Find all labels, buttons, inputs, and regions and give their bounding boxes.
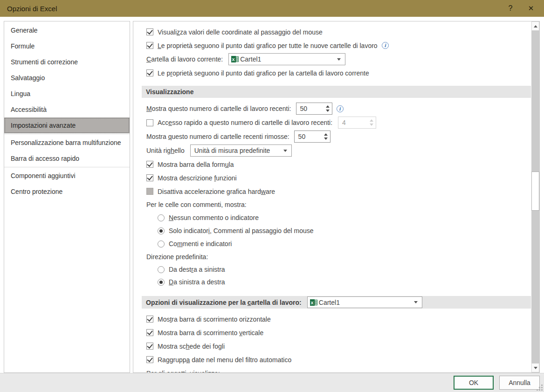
ltr-radio[interactable] [158,279,165,286]
dropdown-caret-icon [337,58,341,61]
svg-text:X: X [232,57,235,62]
close-icon[interactable]: ✕ [521,0,541,17]
sidebar-item-componenti-aggiuntivi[interactable]: Componenti aggiuntivi [4,168,130,184]
formula-bar-checkbox[interactable] [146,161,153,168]
ok-button[interactable]: OK [454,376,494,390]
quick-access-row: Accesso rapido a questo numero di cartel… [146,116,531,130]
section-title: Opzioni di visualizzazione per la cartel… [146,299,302,306]
category-sidebar: Generale Formule Strumenti di correzione… [4,21,130,373]
checkbox-row-v-scrollbar: Mostra barra di scorrimento verticale [146,326,531,339]
sidebar-item-centro-protezione[interactable]: Centro protezione [4,184,130,199]
radio-row-rtl: Da destra a sinistra [158,263,531,275]
properties-current-label: Le proprietà seguono il punto dati grafi… [158,69,369,77]
current-workbook-label: Cartella di lavoro corrente: [146,55,223,63]
info-icon[interactable]: i [382,42,389,49]
help-icon[interactable]: ? [500,0,521,17]
spinner-down-icon [370,124,373,126]
removed-recent-spinner[interactable]: 50 [294,131,331,143]
sidebar-item-formule[interactable]: Formule [4,38,130,54]
excel-options-dialog: Opzioni di Excel ? ✕ Generale Formule St… [0,0,544,392]
group-dates-label: Raggruppa date nel menu del filtro autom… [158,356,291,364]
v-scrollbar-label: Mostra barra di scorrimento verticale [158,329,263,337]
no-comments-radio[interactable] [158,214,165,221]
coordinates-checkbox[interactable] [146,28,153,35]
spinner-up-icon [370,119,373,122]
checkbox-row-h-scrollbar: Mostra barra di scorrimento orizzontale [146,312,531,326]
current-workbook-row: Cartella di lavoro corrente: X Cartel1 [146,52,531,66]
direction-group-label-row: Direzione predefinita: [146,250,531,263]
cancel-button[interactable]: Annulla [499,376,540,390]
resize-grip[interactable] [541,389,543,391]
group-dates-checkbox[interactable] [146,356,153,363]
ruler-units-value: Unità di misura predefinite [194,147,270,154]
sheet-tabs-label: Mostra schede dei fogli [158,343,225,350]
recent-workbooks-label: Mostra questo numero di cartelle di lavo… [146,105,291,112]
sidebar-item-barra-accesso-rapido[interactable]: Barra di accesso rapido [4,151,130,166]
sidebar-item-lingua[interactable]: Lingua [4,86,130,102]
dropdown-caret-icon [414,301,418,303]
excel-workbook-icon: X [231,55,239,63]
info-icon[interactable]: i [337,105,344,112]
sidebar-separator [4,134,130,134]
section-header-workbook-options: Opzioni di visualizzazione per la cartel… [142,296,531,309]
dialog-title: Opzioni di Excel [7,5,57,13]
current-workbook-value: Cartel1 [240,55,261,63]
vertical-scrollbar[interactable] [531,21,539,372]
properties-new-label: Le proprietà seguono il punto dati grafi… [158,42,378,49]
scroll-down-icon [534,367,537,369]
current-workbook-dropdown[interactable]: X Cartel1 [228,53,345,65]
no-comments-label: Nessun commento o indicatore [169,214,259,221]
h-scrollbar-checkbox[interactable] [146,316,153,323]
h-scrollbar-label: Mostra barra di scorrimento orizzontale [158,316,271,323]
workbook-options-dropdown[interactable]: X Cartel1 [307,296,422,308]
sidebar-item-salvataggio[interactable]: Salvataggio [4,70,130,86]
properties-new-checkbox[interactable] [146,42,153,49]
quick-access-value: 4 [338,119,370,126]
direction-group-label: Direzione predefinita: [146,253,208,261]
rtl-radio[interactable] [158,266,165,273]
objects-label-row: Per gli oggetti, visualizza: [146,366,531,373]
radio-row-comments-indicators: Commenti e indicatori [158,237,531,250]
sidebar-separator [4,167,130,167]
comments-indicators-radio[interactable] [158,241,165,248]
objects-group-label: Per gli oggetti, visualizza: [146,370,220,373]
screentips-checkbox[interactable] [146,174,153,181]
rtl-label: Da destra a sinistra [169,266,225,273]
settings-panel: Visualizza valori delle coordinate al pa… [133,21,540,373]
spinner-down-icon[interactable] [326,110,330,112]
dialog-footer: OK Annulla [0,373,544,392]
quick-access-checkbox[interactable] [146,119,153,126]
removed-recent-row: Mostra questo numero di cartelle recenti… [146,130,531,144]
comments-group-label-row: Per le celle con commenti, mostra: [146,198,531,211]
ruler-units-dropdown[interactable]: Unità di misura predefinite [190,144,292,157]
sidebar-item-personalizzazione-barra[interactable]: Personalizzazione barra multifunzione [4,135,130,151]
checkbox-row-properties-current: Le proprietà seguono il punto dati grafi… [146,66,531,80]
properties-current-checkbox[interactable] [146,69,153,76]
hw-accel-checkbox[interactable] [146,188,153,195]
quick-access-label: Accesso rapido a questo numero di cartel… [158,119,332,126]
indicators-only-label: Solo indicatori, Commenti al passaggio d… [169,227,314,234]
spinner-down-icon[interactable] [324,138,328,140]
v-scrollbar-checkbox[interactable] [146,329,153,336]
checkbox-row-group-dates: Raggruppa date nel menu del filtro autom… [146,353,531,366]
checkbox-row-properties-new: Le proprietà seguono il punto dati grafi… [146,39,531,52]
scrollbar-up-button[interactable] [531,21,539,31]
comments-indicators-label: Commenti e indicatori [169,240,232,248]
checkbox-row-hw-accel: Disattiva accelerazione grafica hardware [146,185,531,198]
sidebar-item-accessibilita[interactable]: Accessibilità [4,102,130,117]
coordinates-label: Visualizza valori delle coordinate al pa… [158,28,323,36]
scroll-up-icon [534,25,537,28]
scrollbar-thumb[interactable] [531,172,539,211]
recent-workbooks-spinner[interactable]: 50 [296,103,332,115]
sidebar-item-generale[interactable]: Generale [4,22,130,38]
removed-recent-label: Mostra questo numero di cartelle recenti… [146,133,289,140]
sidebar-item-strumenti-di-correzione[interactable]: Strumenti di correzione [4,54,130,70]
recent-workbooks-value: 50 [296,105,326,112]
spinner-up-icon[interactable] [326,105,330,108]
scrollbar-down-button[interactable] [531,363,539,372]
sheet-tabs-checkbox[interactable] [146,343,153,350]
indicators-only-radio[interactable] [158,227,165,234]
radio-row-ltr: Da sinistra a destra [158,275,531,289]
sidebar-item-impostazioni-avanzate[interactable]: Impostazioni avanzate [4,117,130,133]
spinner-up-icon[interactable] [324,133,328,136]
